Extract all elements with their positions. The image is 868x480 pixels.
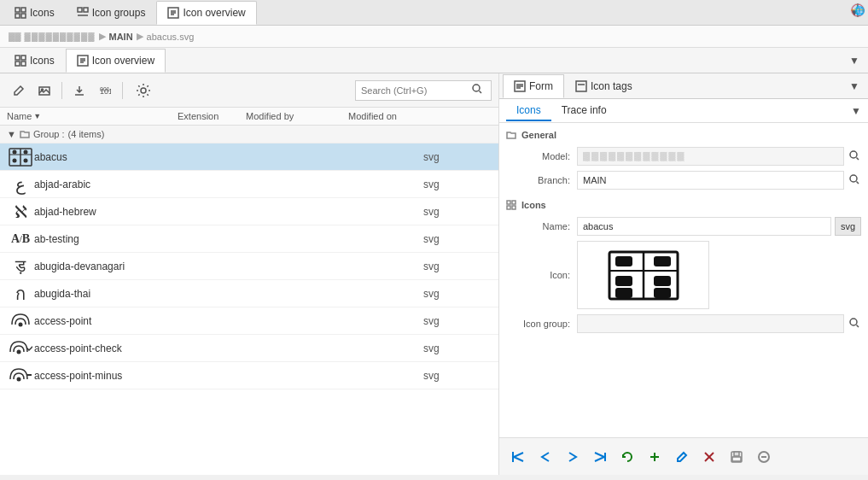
tab-icon-overview[interactable]: Icon overview — [156, 1, 256, 25]
row-name: access-point-minus — [34, 370, 423, 382]
list-item[interactable]: ع abjad-arabic svg — [0, 171, 498, 198]
icongroup-input[interactable] — [577, 314, 844, 333]
row-ext: svg — [423, 151, 492, 163]
col-name-header[interactable]: Name ▼ — [7, 111, 178, 121]
search-input[interactable] — [361, 85, 472, 96]
second-tab-icon-overview[interactable]: Icon overview — [66, 49, 166, 73]
second-tabs-dropdown[interactable]: ▼ — [844, 51, 865, 70]
second-tab-icons[interactable]: Icons — [3, 49, 66, 73]
image-button[interactable] — [32, 79, 56, 102]
refresh-button[interactable] — [615, 445, 639, 469]
breadcrumb-sep2: ▶ — [137, 31, 143, 42]
col-modby-header[interactable]: Modified by — [246, 111, 348, 121]
list-item[interactable]: access-point svg — [0, 307, 498, 335]
tab-icon-groups-label: Icon groups — [92, 7, 146, 19]
binary-button[interactable]: 101 001 — [93, 79, 117, 102]
breadcrumb-branch: MAIN — [109, 32, 133, 42]
delete-button[interactable] — [697, 445, 721, 469]
list-item[interactable]: ก abugida-thai svg — [0, 280, 498, 307]
right-tabs-dropdown[interactable]: ▼ — [844, 77, 865, 96]
svg-rect-42 — [576, 81, 586, 91]
group-label: Group : — [33, 129, 65, 139]
col-modon-header[interactable]: Modified on — [348, 111, 492, 121]
group-header: ▼ Group : (4 items) — [0, 126, 498, 143]
svg-rect-12 — [21, 56, 26, 60]
branch-input[interactable] — [577, 171, 844, 190]
sub-tab-icons[interactable]: Icons — [506, 101, 551, 121]
svg-line-45 — [857, 157, 859, 160]
download-icon — [73, 85, 85, 97]
tab-icons[interactable]: Icons — [3, 1, 66, 25]
branch-search-button[interactable] — [848, 173, 861, 189]
group-count: (4 items) — [68, 129, 105, 139]
add-button[interactable] — [643, 445, 667, 469]
col-ext-header[interactable]: Extension — [178, 111, 246, 121]
right-tab-form[interactable]: Form — [503, 74, 564, 98]
list-item[interactable]: ड़ abugida-devanagari svg — [0, 253, 498, 280]
list-item[interactable]: access-point-minus svg — [0, 362, 498, 389]
icons-section: Icons Name: svg Icon: — [506, 200, 861, 333]
model-input[interactable] — [577, 147, 844, 166]
row-name: abugida-devanagari — [34, 260, 423, 272]
icon-ext-badge: svg — [835, 217, 861, 236]
svg-rect-57 — [615, 276, 632, 286]
svg-line-66 — [857, 325, 859, 327]
svg-rect-0 — [15, 8, 20, 12]
model-value-row — [577, 147, 861, 166]
abjad-hebrew-icon: ℵ — [7, 202, 34, 222]
last-button[interactable] — [588, 445, 612, 469]
second-tab-icon-overview-label: Icon overview — [92, 55, 154, 67]
right-panel: Form Icon tags ▼ Icons Trace info ▼ — [499, 73, 868, 475]
binary-icon: 101 001 — [99, 85, 111, 97]
row-name: abugida-thai — [34, 288, 423, 300]
svg-rect-4 — [78, 8, 82, 12]
edit-form-button[interactable] — [670, 445, 694, 469]
icongroup-search-button[interactable] — [848, 316, 861, 332]
first-button[interactable] — [506, 445, 530, 469]
list-item[interactable]: access-point-check svg — [0, 335, 498, 362]
settings-button[interactable] — [128, 79, 159, 102]
row-name: abjad-arabic — [34, 179, 423, 190]
search-icon[interactable] — [472, 84, 482, 97]
second-tab-bar: Icons Icon overview ▼ — [0, 48, 868, 73]
svg-rect-49 — [512, 201, 516, 204]
next-button[interactable] — [561, 445, 585, 469]
edit-button[interactable] — [7, 79, 31, 102]
svg-rect-2 — [15, 14, 20, 18]
tab-icons-label: Icons — [30, 7, 55, 19]
cancel-button[interactable] — [752, 445, 776, 469]
svg-point-34 — [19, 322, 23, 326]
image-icon — [38, 85, 50, 97]
svg-point-25 — [473, 85, 480, 91]
model-search-button[interactable] — [848, 149, 861, 165]
row-name: ab-testing — [34, 233, 423, 245]
search-box[interactable] — [355, 80, 492, 101]
tab-icon-groups[interactable]: Icon groups — [66, 1, 157, 25]
prev-button[interactable] — [533, 445, 557, 469]
group-icon — [77, 7, 89, 19]
general-section-header: General — [506, 130, 861, 140]
column-headers: Name ▼ Extension Modified by Modified on — [0, 108, 498, 126]
svg-rect-48 — [507, 201, 510, 204]
sub-tabs-dropdown[interactable]: ▼ — [851, 105, 861, 117]
group-collapse-icon[interactable]: ▼ — [7, 129, 16, 139]
breadcrumb-file: abacus.svg — [147, 32, 195, 42]
svg-point-24 — [141, 88, 146, 93]
icon-name-input[interactable] — [577, 217, 831, 236]
download-button[interactable] — [67, 79, 91, 102]
right-tab-icon-tags[interactable]: Icon tags — [564, 74, 644, 98]
svg-point-35 — [17, 349, 21, 354]
svg-rect-13 — [15, 61, 20, 66]
save-button[interactable] — [725, 445, 749, 469]
list-item[interactable]: ℵ abjad-hebrew svg — [0, 198, 498, 225]
list-item[interactable]: abacus svg — [0, 143, 498, 171]
icons-section-icon — [506, 200, 516, 210]
grid-icon — [15, 7, 26, 19]
breadcrumb-workspace: ▓▓ — [9, 32, 21, 41]
gear-icon — [136, 83, 151, 98]
list-item[interactable]: A/B ab-testing svg — [0, 225, 498, 253]
svg-point-30 — [13, 149, 17, 154]
icon-preview-row: Icon: — [506, 241, 861, 309]
sub-tab-trace-info[interactable]: Trace info — [551, 101, 617, 121]
form-icon — [514, 80, 526, 92]
